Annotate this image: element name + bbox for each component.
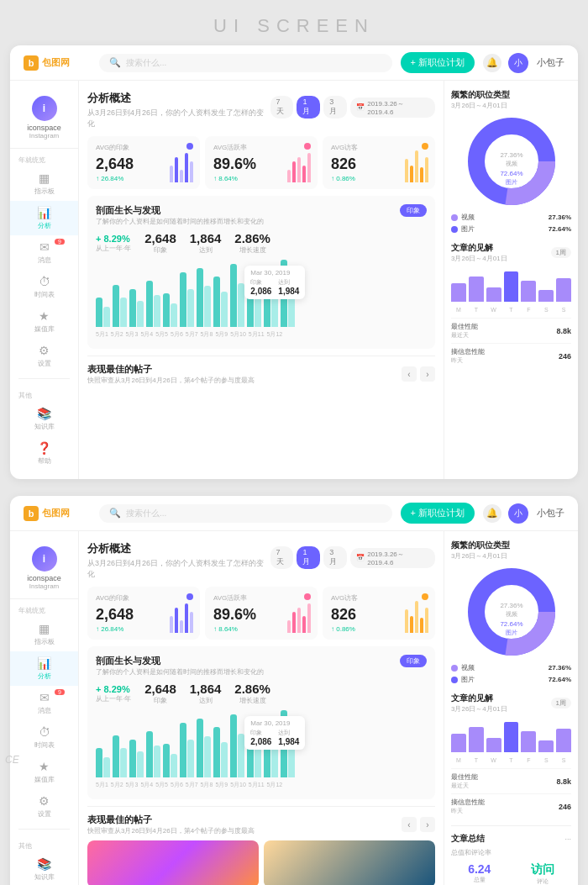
time-btn-3m-2[interactable]: 3月: [323, 546, 347, 569]
nav-icons: 🔔 小: [483, 53, 528, 73]
bar-group: [180, 272, 194, 327]
top-nav: b 包图网 🔍 搜索什么... + 新职位计划 🔔 小 小包子: [10, 45, 578, 81]
page-title: UI SCREEN: [0, 0, 588, 45]
sidebar-item-dashboard-2[interactable]: ▦ 指示板: [10, 617, 78, 651]
prev-arrow-2[interactable]: ‹: [402, 817, 417, 832]
next-arrow-2[interactable]: ›: [420, 817, 435, 832]
top-nav-2: b 包图网 🔍 搜索什么... + 新职位计划 🔔 小 小包子: [10, 496, 578, 531]
time-btn-1m-2[interactable]: 1月: [297, 546, 320, 569]
insights-title: 文章的见解: [451, 242, 507, 254]
stat-card-active: AVG活跃率 89.6% ↑ 8.64%: [205, 136, 318, 189]
job-types-section-2: 频繁的职位类型 3月26日～4月01日 27.36% 视频 72.64% 图片: [451, 540, 571, 684]
sidebar-item-knowledge[interactable]: 📚 知识库: [10, 402, 78, 436]
insight-val-2: 246: [559, 352, 571, 361]
date-range-2[interactable]: 📅 2019.3.26～2019.4.6: [350, 548, 435, 568]
next-arrow[interactable]: ›: [420, 366, 435, 382]
sidebar-avatar-2: i: [32, 546, 57, 572]
notification-icon[interactable]: 🔔: [483, 54, 501, 72]
main-layout-2: i iconspace Instagram 年就统览 ▦ 指示板 📊 分析 ✉ …: [10, 531, 578, 885]
logo-icon-2: b: [24, 506, 39, 521]
time-btn-7d[interactable]: 7天: [270, 96, 294, 119]
bar-group: [96, 298, 110, 327]
logo-text-2: 包图网: [42, 507, 70, 519]
legend-dot-image: [451, 226, 458, 233]
growth-subtitle: 了解你的个人资料是如何随着时间的推移而增长和变化的: [96, 217, 264, 226]
sidebar-item-messages[interactable]: ✉ 消息 9: [10, 235, 78, 270]
growth-stat-2: 1,864 达到: [190, 231, 222, 255]
bar-group: [113, 285, 127, 327]
stat-dot-3: [422, 143, 428, 150]
growth-badge[interactable]: 印象: [400, 204, 427, 217]
sidebar-item-messages-2[interactable]: ✉ 消息 9: [10, 686, 78, 720]
sidebar-item-dashboard[interactable]: ▦ 指示板: [10, 166, 78, 201]
prev-arrow[interactable]: ‹: [402, 366, 417, 382]
sidebar-section-1: 年就统览: [10, 149, 78, 166]
post-card-1: 订婚 89.64% ♥6.2k 💬984 ↗286: [87, 840, 259, 885]
nav-arrows: ‹ ›: [402, 366, 435, 382]
sidebar-label-media: 媒值库: [34, 324, 55, 334]
stat-dot-2b: [304, 593, 311, 600]
job-types-sub: 3月26日～4月01日: [451, 101, 571, 110]
sidebar-item-help[interactable]: ❓ 帮助: [10, 436, 78, 471]
bar-group: [163, 744, 177, 777]
job-types-section: 频繁的职位类型 3月26日～4月01日 27.36% 视频 72.64% 图片: [451, 89, 571, 234]
sidebar-item-settings-2[interactable]: ⚙ 设置: [10, 789, 78, 824]
sidebar-item-settings[interactable]: ⚙ 设置: [10, 339, 78, 373]
growth-badge-2[interactable]: 印象: [400, 655, 427, 667]
bar-group: [113, 735, 127, 777]
post-img-2: [264, 840, 435, 885]
analysis-title: 分析概述: [87, 91, 270, 106]
knowledge-icon: 📚: [37, 407, 51, 420]
sidebar-item-analysis[interactable]: 📊 分析: [10, 201, 78, 235]
stat-dot-3b: [422, 593, 428, 600]
date-range[interactable]: 📅 2019.3.26～2019.4.6: [350, 97, 435, 118]
sidebar-item-media-2[interactable]: ★ 媒值库: [10, 755, 78, 789]
growth-val-3: 2.86%: [234, 231, 270, 245]
sidebar-label-knowledge: 知识库: [34, 422, 55, 431]
search-bar[interactable]: 🔍 搜索什么...: [99, 54, 392, 72]
growth-header: 剖面生长与发现 了解你的个人资料是如何随着时间的推移而增长和变化的 印象: [96, 204, 427, 226]
search-bar-2[interactable]: 🔍 搜索什么...: [99, 504, 392, 523]
avatar[interactable]: 小: [508, 53, 528, 73]
settings-icon: ⚙: [39, 344, 50, 357]
sidebar: i iconspace Instagram 年就统览 ▦ 指示板 📊 分析 ✉ …: [10, 81, 79, 479]
time-btn-7d-2[interactable]: 7天: [270, 546, 294, 569]
insight-name-1: 最佳性能: [451, 322, 478, 331]
search-icon: 🔍: [109, 57, 121, 68]
sidebar-user: i iconspace Instagram: [10, 89, 78, 149]
bar-group: [129, 740, 144, 777]
notification-icon-2[interactable]: 🔔: [483, 504, 501, 523]
posts-header: 表现最佳的帖子 快照审查从3月26日到4月26日，第4个帖子的参与度最高 ‹ ›: [87, 363, 435, 385]
donut-legend: 视频 27.36% 图片 72.64%: [451, 213, 571, 234]
insights-period[interactable]: 1周: [551, 247, 571, 258]
time-btn-3m[interactable]: 3月: [323, 96, 347, 119]
svg-text:72.64%: 72.64%: [500, 170, 522, 177]
growth-section-2: 剖面生长与发现 了解你的个人资料是如何随着时间的推移而增长和变化的 印象 + 8…: [87, 646, 435, 799]
nav-right: + 新职位计划 🔔 小 小包子: [401, 52, 564, 73]
posts-title: 表现最佳的帖子: [87, 363, 255, 376]
logo-text: 包图网: [42, 56, 70, 69]
svg-text:图片: 图片: [506, 179, 517, 185]
new-job-button[interactable]: + 新职位计划: [401, 52, 475, 73]
stat-dot-2: [304, 143, 311, 150]
sidebar-username: iconspace: [27, 124, 61, 132]
new-job-button-2[interactable]: + 新职位计划: [401, 503, 475, 524]
insight-sub-2: 昨天: [451, 356, 485, 365]
growth-change-pct: + 8.29%: [96, 234, 131, 244]
message-badge-2: 9: [55, 689, 65, 695]
chart-tooltip-2: Mar 30, 2019 印象2,086 达到1,984: [244, 716, 305, 750]
more-icon[interactable]: ···: [564, 835, 571, 843]
bar-group: [96, 748, 110, 777]
bar-group: [213, 727, 228, 777]
post-img-bg-2: [264, 840, 435, 885]
sidebar-item-knowledge-2[interactable]: 📚 知识库: [10, 852, 78, 885]
right-panel-2: 频繁的职位类型 3月26日～4月01日 27.36% 视频 72.64% 图片: [444, 531, 578, 885]
insights-period-2[interactable]: 1周: [551, 698, 571, 709]
avatar-2[interactable]: 小: [508, 503, 528, 524]
growth-val-2: 1,864: [190, 231, 222, 245]
sidebar-item-timeline[interactable]: ⏱ 时间表: [10, 270, 78, 304]
sidebar-item-analysis-2[interactable]: 📊 分析: [10, 651, 78, 686]
sidebar-item-timeline-2[interactable]: ⏱ 时间表: [10, 720, 78, 755]
time-btn-1m[interactable]: 1月: [297, 96, 320, 119]
sidebar-item-media[interactable]: ★ 媒值库: [10, 304, 78, 339]
